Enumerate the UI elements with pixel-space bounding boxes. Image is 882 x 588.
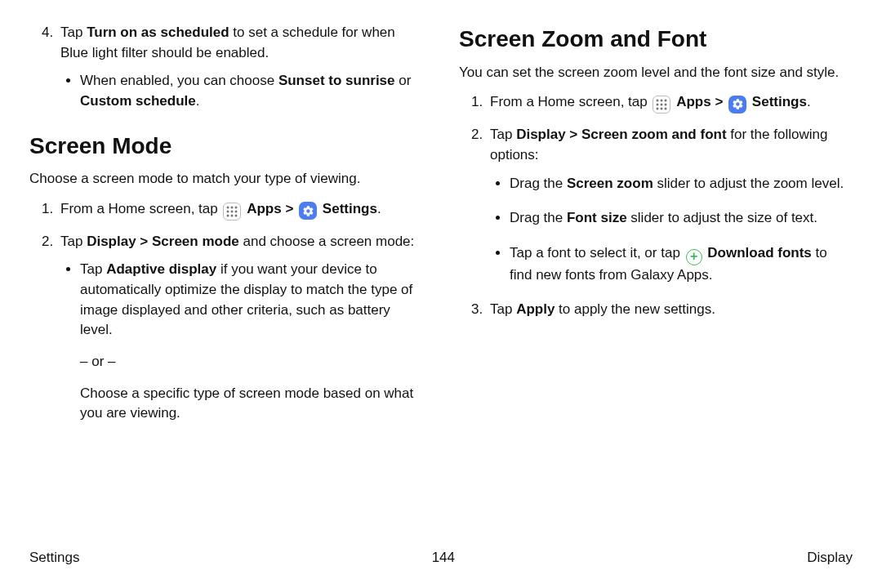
screen-mode-intro: Choose a screen mode to match your type … — [29, 169, 423, 189]
text: Tap — [60, 234, 87, 249]
bold-display-screen-mode: Display > Screen mode — [87, 234, 239, 249]
text: . — [196, 93, 200, 109]
text: slider to adjust the zoom level. — [653, 176, 844, 191]
text: to apply the new settings. — [555, 301, 715, 317]
text: Tap — [80, 261, 106, 277]
right-column: Screen Zoom and Font You can set the scr… — [459, 23, 853, 439]
zoom-font-step-3: Tap Apply to apply the new settings. — [487, 300, 853, 320]
svg-point-4 — [231, 210, 234, 212]
svg-point-8 — [235, 214, 238, 216]
bold-turn-on-scheduled: Turn on as scheduled — [87, 24, 229, 40]
text: or — [395, 73, 412, 88]
bold-custom-schedule: Custom schedule — [80, 93, 196, 109]
svg-point-3 — [227, 210, 229, 212]
apps-icon — [223, 203, 241, 220]
screen-mode-steps: From a Home screen, tap Apps > Settings.… — [29, 199, 423, 424]
step-4-bullet: When enabled, you can choose Sunset to s… — [80, 71, 423, 111]
settings-label: Settings — [752, 94, 807, 109]
adaptive-display-bullet: Tap Adaptive display if you want your de… — [80, 260, 423, 423]
svg-point-5 — [235, 210, 238, 212]
zoom-font-step-2: Tap Display > Screen zoom and font for t… — [487, 125, 853, 285]
apps-label: Apps — [676, 94, 711, 109]
settings-label: Settings — [323, 201, 377, 216]
zoom-font-step-1: From a Home screen, tap Apps > Settings. — [487, 92, 853, 114]
download-fonts-bullet: Tap a font to select it, or tap + Downlo… — [510, 243, 853, 286]
svg-point-14 — [665, 104, 667, 106]
left-column: Tap Turn on as scheduled to set a schedu… — [29, 23, 423, 439]
svg-point-12 — [657, 104, 659, 106]
footer-left: Settings — [29, 548, 79, 568]
text: When enabled, you can choose — [80, 73, 278, 88]
zoom-font-steps: From a Home screen, tap Apps > Settings.… — [459, 92, 853, 320]
heading-screen-zoom-font: Screen Zoom and Font — [459, 23, 853, 56]
chevron: > — [285, 201, 293, 216]
svg-point-0 — [227, 206, 229, 208]
svg-point-16 — [661, 108, 663, 110]
choose-specific-text: Choose a specific type of screen mode ba… — [80, 384, 423, 424]
screen-mode-step-1: From a Home screen, tap Apps > Settings. — [57, 199, 423, 220]
zoom-font-intro: You can set the screen zoom level and th… — [459, 63, 853, 83]
text: Drag the — [510, 210, 567, 225]
settings-icon — [299, 202, 317, 220]
plus-icon: + — [686, 249, 702, 265]
svg-point-17 — [665, 108, 667, 110]
svg-point-10 — [661, 100, 663, 102]
font-size-bullet: Drag the Font size slider to adjust the … — [510, 208, 853, 229]
page-footer: Settings 144 Display — [29, 548, 853, 568]
bold-font-size: Font size — [567, 210, 627, 225]
bold-apply: Apply — [516, 301, 555, 317]
text: Tap — [490, 301, 516, 317]
svg-point-9 — [657, 100, 659, 102]
text: Tap — [490, 127, 516, 142]
bold-screen-zoom: Screen zoom — [567, 176, 653, 191]
step-4-sublist: When enabled, you can choose Sunset to s… — [60, 71, 423, 111]
zoom-font-sublist: Drag the Screen zoom slider to adjust th… — [490, 174, 853, 286]
svg-point-6 — [227, 214, 229, 216]
screen-zoom-bullet: Drag the Screen zoom slider to adjust th… — [510, 174, 853, 194]
or-divider: – or – — [80, 352, 423, 372]
bold-adaptive-display: Adaptive display — [106, 261, 216, 277]
text: . — [807, 94, 811, 109]
svg-point-1 — [231, 206, 234, 208]
apps-label: Apps — [247, 201, 282, 216]
screen-mode-sublist: Tap Adaptive display if you want your de… — [60, 260, 423, 423]
text: Drag the — [510, 176, 567, 191]
text: Tap a font to select it, or tap — [510, 245, 684, 261]
footer-right: Display — [807, 548, 853, 568]
screen-mode-step-2: Tap Display > Screen mode and choose a s… — [57, 232, 423, 424]
apps-icon — [653, 96, 670, 114]
heading-screen-mode: Screen Mode — [29, 130, 423, 163]
text: slider to adjust the size of text. — [627, 210, 817, 225]
chevron: > — [715, 94, 723, 109]
bold-download-fonts: Download fonts — [707, 245, 811, 261]
svg-point-15 — [657, 108, 659, 110]
text: and choose a screen mode: — [239, 234, 415, 249]
text: From a Home screen, tap — [490, 94, 651, 109]
footer-page-number: 144 — [432, 548, 455, 568]
text: . — [377, 201, 381, 216]
step-4: Tap Turn on as scheduled to set a schedu… — [57, 23, 423, 112]
svg-point-13 — [661, 104, 663, 106]
text: Tap — [60, 24, 87, 40]
bold-sunset-to-sunrise: Sunset to sunrise — [278, 73, 395, 88]
svg-point-11 — [665, 100, 667, 102]
blue-light-steps: Tap Turn on as scheduled to set a schedu… — [29, 23, 423, 112]
bold-display-zoom-font: Display > Screen zoom and font — [516, 127, 726, 142]
settings-icon — [728, 96, 746, 114]
svg-point-2 — [235, 206, 238, 208]
text: From a Home screen, tap — [60, 201, 221, 216]
svg-point-7 — [231, 214, 234, 216]
